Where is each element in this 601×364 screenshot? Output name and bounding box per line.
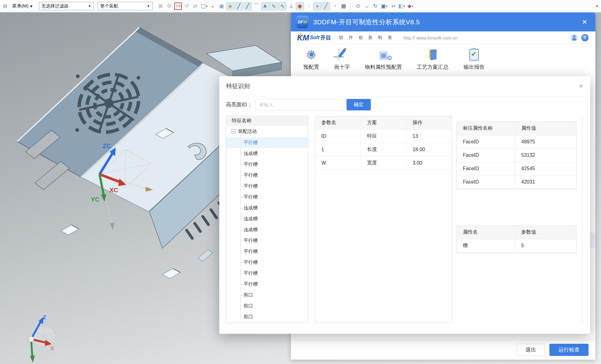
cell: 1 xyxy=(315,143,361,156)
table-row[interactable]: W宽度3.00 xyxy=(315,156,452,170)
snap-quadrant-icon[interactable]: ◌ xyxy=(305,2,313,10)
panel-close-icon[interactable]: ✕ xyxy=(582,18,587,26)
tree-item[interactable]: 浅成槽 xyxy=(226,203,308,213)
tree-item[interactable]: 平行槽 xyxy=(226,268,308,279)
orientation-triad[interactable]: Z X Y xyxy=(28,315,56,364)
chevron-down-icon: ▼ xyxy=(147,4,150,8)
move-component-icon[interactable]: ⇄ xyxy=(191,2,199,10)
tree-item[interactable]: 平行槽 xyxy=(226,159,308,170)
user-account-icon[interactable] xyxy=(571,34,578,41)
expand-icon[interactable]: + xyxy=(231,129,235,133)
snap-point-on-curve-icon[interactable]: ╱ xyxy=(322,2,330,10)
shaded-display-icon[interactable]: ◒ xyxy=(209,2,217,10)
parameter-table: 参数名方案操作ID特征131长度18.00W宽度3.00 xyxy=(315,116,452,170)
brand-slogan: 软 件 创 新 制 造 xyxy=(339,35,394,40)
wcs-x-label: XC xyxy=(109,187,118,194)
dfm-logo-df: DF xyxy=(298,20,303,24)
process-plan-summary-button[interactable]: 工艺方案汇总 xyxy=(409,47,456,71)
snap-pole-icon[interactable]: A xyxy=(261,2,269,10)
feature-tree-panel: 特征名称 + 装配活动 平行槽浅成槽平行槽平行槽平行槽平行槽浅成槽浅成槽浅成槽平… xyxy=(226,116,308,323)
tree-item[interactable]: 平行槽 xyxy=(226,246,308,257)
snap-point-cluster-icon[interactable]: ◈ xyxy=(226,2,234,10)
selection-scope-select[interactable]: 整个装配 ▼ xyxy=(98,2,152,10)
render-style-icon[interactable]: ◑▾ xyxy=(389,2,397,10)
exit-button[interactable]: 退出 xyxy=(517,344,545,356)
preconfig-button[interactable]: ⚙ 预配置 xyxy=(296,47,327,71)
tree-item-label: 平行槽 xyxy=(244,259,258,265)
assembly-constraints-icon[interactable]: ⊞ xyxy=(156,2,165,10)
snap-spline-icon[interactable]: ∿ xyxy=(270,2,278,10)
fit-view-icon[interactable]: ▣▾ xyxy=(380,2,388,10)
table-row[interactable]: FaceID42545 xyxy=(457,162,576,175)
tree-item[interactable]: 浅成槽 xyxy=(226,213,308,224)
snap-midpoint-icon[interactable]: ╱ xyxy=(244,2,252,10)
brand-url[interactable]: http:// www.kmsoft.com.cn xyxy=(403,35,458,40)
snap-axis-icon[interactable]: ⊥ xyxy=(287,2,295,10)
snap-grid-icon[interactable]: ▦ xyxy=(339,2,347,10)
selection-filter-value: 无选择过滤器 xyxy=(41,3,68,9)
table-row[interactable]: 槽5 xyxy=(457,239,576,252)
snap-center-icon[interactable]: ◉ xyxy=(296,2,304,10)
tree-item[interactable]: 平行槽 xyxy=(226,235,308,246)
tree-item[interactable]: 平行槽 xyxy=(226,279,308,290)
selection-filter-select[interactable]: 无选择过滤器 ▼ xyxy=(39,2,94,10)
action-toolbar: ⚙ 预配置 画十字 ▣⚙ 物料属性预配置 工艺方案汇总 ✔ 输出报告 xyxy=(291,44,595,73)
draw-crosshair-button[interactable]: 画十字 xyxy=(327,47,357,71)
tree-item[interactable]: 剪口 xyxy=(226,301,308,311)
column-header: 属性名 xyxy=(457,226,515,239)
pan-view-icon[interactable]: ↔ xyxy=(363,2,371,10)
tree-item[interactable]: 平行槽 xyxy=(226,137,308,148)
rotate-component-icon[interactable]: ↺ xyxy=(183,2,191,10)
material-attr-preconfig-button[interactable]: ▣⚙ 物料属性预配置 xyxy=(357,47,409,71)
wrench-filter-icon[interactable]: ⚙ xyxy=(165,2,173,10)
confirm-button[interactable]: 确定 xyxy=(347,99,371,110)
orient-view-icon[interactable]: ◆▾ xyxy=(406,2,414,10)
column-header: 操作 xyxy=(406,116,452,129)
tree-item[interactable]: 平行槽 xyxy=(226,181,308,192)
cell: 5 xyxy=(515,239,576,252)
snap-face-icon[interactable]: ◔ xyxy=(331,2,339,10)
tree-root-node[interactable]: + 装配活动 xyxy=(226,125,308,137)
cell: 宽度 xyxy=(361,156,406,170)
snap-intersection-icon[interactable]: ＋ xyxy=(313,2,321,10)
run-check-button[interactable]: 运行检查 xyxy=(549,344,589,356)
bounding-box-icon[interactable]: ▣ xyxy=(217,2,226,10)
action-label: 预配置 xyxy=(303,63,319,71)
folders-icon xyxy=(425,47,440,62)
kmsoft-logo: KM xyxy=(297,34,309,42)
table-row[interactable]: FaceID48975 xyxy=(457,135,576,148)
snap-curve-icon[interactable]: ∿ xyxy=(278,2,287,10)
rect-select-icon[interactable]: ▢▾ xyxy=(200,2,208,10)
tree-item[interactable]: 平行槽 xyxy=(226,170,308,181)
snap-endpoint-icon[interactable]: ╱ xyxy=(235,2,243,10)
tree-item[interactable]: 平行槽 xyxy=(226,192,308,203)
output-report-button[interactable]: ✔ 输出报告 xyxy=(456,47,492,71)
dialog-close-icon[interactable]: ✕ xyxy=(579,83,583,90)
rotate-view-icon[interactable]: ↻ xyxy=(371,2,380,10)
menu-button[interactable]: 菜单(M) ▾ xyxy=(10,2,35,10)
chevron-down-icon: ▾ xyxy=(206,5,207,8)
dfm-titlebar[interactable]: DFM 3DDFM-开目可制造性分析系统V8.5 ✕ xyxy=(291,12,595,31)
highlight-id-input[interactable] xyxy=(255,99,343,110)
cell: 18.00 xyxy=(406,143,452,156)
table-row[interactable]: FaceID42031 xyxy=(457,175,576,189)
help-icon[interactable]: ? xyxy=(581,34,589,41)
snap-scope-filter-icon[interactable]: ⌖▾ xyxy=(174,2,182,10)
tree-item[interactable]: 剪口 xyxy=(226,290,308,301)
table-row[interactable]: FaceID53132 xyxy=(457,148,576,162)
tree-item[interactable]: 剪口 xyxy=(226,311,308,322)
snap-arc-icon[interactable]: ⌒ xyxy=(252,2,260,10)
action-label: 工艺方案汇总 xyxy=(417,63,449,71)
view-cube-icon[interactable]: ◧▾ xyxy=(398,2,406,10)
tree-item[interactable]: 浅成槽 xyxy=(226,148,308,159)
table-row[interactable]: 1长度18.00 xyxy=(315,143,452,156)
tree-item[interactable]: 平行槽 xyxy=(226,257,308,268)
app-logo-icon: ⊛ xyxy=(2,2,7,10)
zoom-view-icon[interactable]: ⊙ xyxy=(354,2,362,10)
tree-item-label: 平行槽 xyxy=(244,172,258,178)
property-table: 属性名参数值槽5 xyxy=(457,226,576,253)
tree-item[interactable]: 浅成槽 xyxy=(226,224,308,235)
main-toolbar: ⊛ 菜单(M) ▾ 无选择过滤器 ▼ 整个装配 ▼ ⊞⚙⌖▾↺⇄▢▾◒▣◈╱╱⌒… xyxy=(0,0,601,12)
table-row[interactable]: ID特征13 xyxy=(315,129,452,143)
toolbar-overflow-icon[interactable]: ▾ xyxy=(596,4,598,8)
